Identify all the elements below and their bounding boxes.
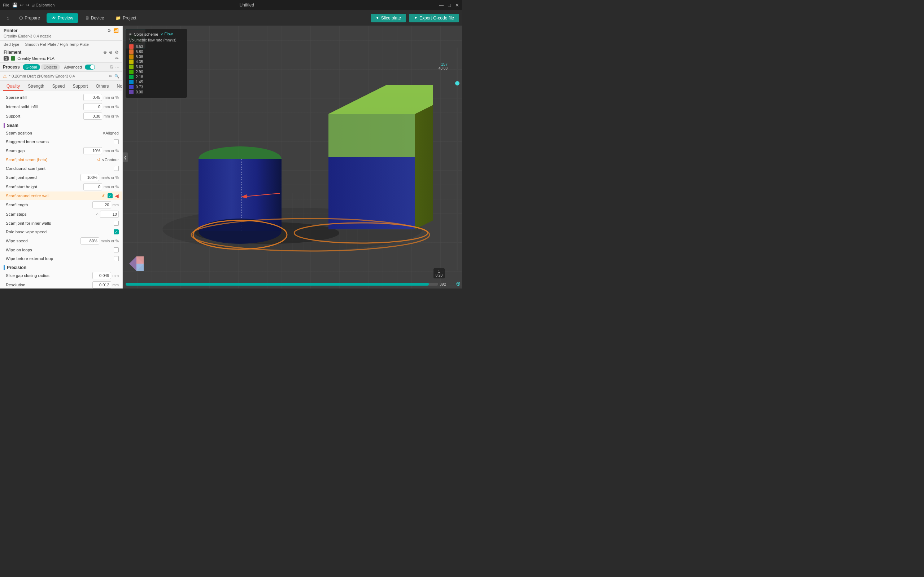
color-item: 5.80 <box>129 49 183 54</box>
filament-add-icon[interactable]: ⊕ <box>103 50 107 55</box>
scarf-start-input[interactable] <box>83 183 102 190</box>
scarf-wall-reset-icon[interactable]: ↺ <box>102 193 105 198</box>
maximize-button[interactable]: □ <box>448 3 451 8</box>
internal-solid-input[interactable] <box>83 103 102 110</box>
viewport-nav-icon[interactable]: ⊕ <box>456 280 460 287</box>
color-swatch <box>129 60 134 64</box>
seam-gap-label: Seam gap <box>6 148 83 153</box>
resolution-input[interactable] <box>92 281 111 288</box>
global-tab[interactable]: Global <box>23 64 40 70</box>
slider-thumb[interactable] <box>455 81 459 85</box>
scarf-inner-checkbox[interactable] <box>114 221 119 226</box>
tab-others[interactable]: Others <box>92 82 112 91</box>
role-wipe-checkbox[interactable]: ✓ <box>114 229 119 234</box>
preview-tab[interactable]: 👁 Preview <box>47 13 78 23</box>
sparse-infill-input[interactable] <box>83 94 102 101</box>
file-menu[interactable]: File <box>3 3 10 7</box>
redo-icon[interactable]: ↪ <box>26 3 29 8</box>
slice-dropdown-arrow[interactable]: ▼ <box>376 16 380 20</box>
process-tab-group: Global Objects <box>23 64 60 70</box>
save-icon[interactable]: 💾 <box>12 3 18 8</box>
color-scheme-subtitle: Volumetric flow rate (mm³/s) <box>129 38 183 42</box>
slider-track[interactable] <box>457 48 458 271</box>
scarf-steps-input[interactable] <box>100 211 119 218</box>
scarf-joint-select[interactable]: ∨ Contour <box>102 158 119 162</box>
wipe-speed-input[interactable] <box>81 237 99 245</box>
export-button[interactable]: ▼ Export G-code file <box>409 14 459 23</box>
precision-group-header: Precision <box>0 263 122 271</box>
filament-name: Creality Generic PLA <box>17 56 55 61</box>
filament-section: Filament ⊕ ⊖ ⚙ 1 Creality Generic PLA ✏ <box>0 48 122 63</box>
slice-button[interactable]: ▼ Slice plate <box>371 14 406 23</box>
advanced-toggle[interactable] <box>85 64 95 69</box>
export-dropdown-arrow[interactable]: ▼ <box>414 16 418 20</box>
filament-edit-icon[interactable]: ✏ <box>115 56 119 61</box>
internal-solid-row: Internal solid infill mm or % <box>0 102 122 111</box>
filament-color-swatch <box>11 56 15 61</box>
tab-notes[interactable]: Notes <box>113 82 123 91</box>
copy-icon[interactable]: ⎘ <box>110 64 113 69</box>
scarf-steps-select[interactable]: ○ <box>96 212 99 216</box>
scarf-wall-arrow: ◀ <box>115 193 119 199</box>
project-tab[interactable]: 📁 Project <box>110 13 141 23</box>
filament-label: Filament <box>3 50 21 55</box>
close-button[interactable]: ✕ <box>455 3 459 8</box>
bed-type-value[interactable]: Smooth PEI Plate / High Temp Plate <box>25 42 89 47</box>
scarf-wall-checkbox[interactable]: ✓ <box>108 193 113 198</box>
project-label: Project <box>123 16 136 21</box>
tab-strength[interactable]: Strength <box>24 82 48 91</box>
settings-icon[interactable]: ⚙ <box>107 28 111 33</box>
prepare-tab[interactable]: ⬡ Prepare <box>14 13 45 23</box>
seam-position-select[interactable]: ∨ Aligned <box>102 131 119 135</box>
export-label: Export G-code file <box>419 16 454 21</box>
color-item: 3.63 <box>129 64 183 69</box>
scarf-length-value: mm <box>92 201 119 208</box>
seam-gap-input[interactable] <box>83 147 102 154</box>
wifi-icon[interactable]: 📶 <box>113 28 119 33</box>
objects-tab[interactable]: Objects <box>41 64 60 70</box>
undo-icon[interactable]: ↩ <box>20 3 23 8</box>
profile-edit-icon[interactable]: ✏ <box>109 74 112 79</box>
more-icon[interactable]: ⋯ <box>115 64 120 69</box>
staggered-checkbox[interactable] <box>114 139 119 144</box>
home-button[interactable]: ⌂ <box>3 13 13 23</box>
color-swatch <box>129 44 134 49</box>
scarf-joint-reset-icon[interactable]: ↺ <box>97 158 100 162</box>
flow-dropdown[interactable]: ∨ Flow <box>160 32 173 36</box>
collapse-sidebar-button[interactable]: ❮ <box>123 153 128 162</box>
filament-remove-icon[interactable]: ⊖ <box>109 50 113 55</box>
color-item: 5.08 <box>129 55 183 59</box>
minimize-button[interactable]: — <box>439 3 444 8</box>
tab-speed[interactable]: Speed <box>49 82 69 91</box>
staggered-label: Staggered inner seams <box>6 140 114 144</box>
scarf-length-input[interactable] <box>92 201 111 208</box>
wipe-external-checkbox[interactable] <box>114 256 119 261</box>
slice-gap-row: Slice gap closing radius mm <box>0 271 122 280</box>
color-value: 5.80 <box>136 49 143 54</box>
advanced-label: Advanced <box>64 65 82 69</box>
support-row: Support mm or % <box>0 111 122 121</box>
scarf-speed-input[interactable] <box>81 174 99 181</box>
svg-marker-21 <box>136 256 144 264</box>
seam-gap-value: mm or % <box>83 147 119 154</box>
svg-marker-16 <box>328 85 433 114</box>
wipe-loops-value <box>114 247 119 253</box>
profile-search-icon[interactable]: 🔍 <box>115 74 120 79</box>
printer-section: Printer ⚙ 📶 Creality Ender-3 0.4 nozzle <box>0 26 122 41</box>
support-input[interactable] <box>83 113 102 120</box>
wipe-loops-checkbox[interactable] <box>114 247 119 253</box>
conditional-checkbox[interactable] <box>114 166 119 171</box>
scarf-start-value: mm or % <box>83 183 119 190</box>
scarf-joint-row: Scarf joint seam (beta) ↺ ∨ Contour <box>0 155 122 164</box>
vertical-slider[interactable] <box>454 48 460 271</box>
orientation-cube-svg <box>126 253 147 274</box>
seam-group-header: Seam <box>0 121 122 129</box>
progress-track[interactable] <box>126 283 438 285</box>
viewport[interactable]: ≡ Color scheme ∨ Flow Volumetric flow ra… <box>123 26 462 288</box>
device-tab[interactable]: 🖥 Device <box>80 13 109 23</box>
tab-support[interactable]: Support <box>69 82 91 91</box>
titlebar-controls: — □ ✕ <box>439 3 459 8</box>
filament-settings-icon[interactable]: ⚙ <box>115 50 119 55</box>
slice-gap-input[interactable] <box>92 272 111 279</box>
tab-quality[interactable]: Quality <box>3 82 23 91</box>
